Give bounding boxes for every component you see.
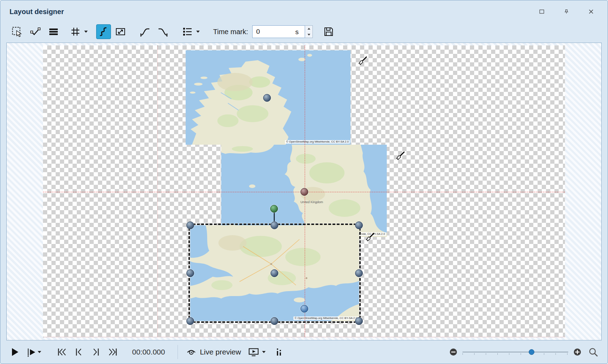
- selection-handle-top-right[interactable]: [355, 221, 363, 229]
- chevron-down-icon: [38, 351, 41, 353]
- play-from-time-mark-button[interactable]: [26, 347, 36, 357]
- zoom-in-button[interactable]: [573, 348, 582, 356]
- selection-handle-bottom-right[interactable]: [355, 317, 363, 325]
- anchor-point-bottom-map[interactable]: [300, 305, 308, 313]
- live-preview-label: Live preview: [200, 348, 241, 356]
- divider: [178, 345, 178, 359]
- step-forward-icon: [91, 347, 101, 357]
- time-mark-field: s: [252, 25, 313, 38]
- step-back-button[interactable]: [74, 347, 84, 357]
- window-controls: [537, 7, 596, 16]
- object-list-icon: [182, 26, 193, 37]
- grid-icon: [70, 27, 80, 37]
- triangle-up-icon: [308, 28, 310, 30]
- close-button[interactable]: [587, 7, 596, 16]
- selection-handle-bottom-left[interactable]: [186, 317, 194, 325]
- edit-points-tool-button[interactable]: [28, 24, 43, 39]
- time-display: 00:00.000: [132, 348, 165, 356]
- window-title: Layout designer: [10, 8, 64, 16]
- maximize-icon: [539, 9, 544, 14]
- grid-dropdown-button[interactable]: [83, 24, 89, 39]
- transform-frame-tool-button[interactable]: [113, 24, 128, 39]
- go-to-start-button[interactable]: [57, 347, 67, 357]
- spin-down-button[interactable]: [305, 32, 312, 38]
- grid-tool-button[interactable]: [68, 24, 83, 39]
- rotation-handle[interactable]: [270, 205, 278, 213]
- selection-handle-top-center[interactable]: [271, 221, 278, 229]
- statistics-button[interactable]: [275, 347, 283, 357]
- chevron-down-icon: [196, 31, 200, 33]
- toolbar: Time mark: s: [0, 22, 608, 41]
- select-tool-icon: [12, 26, 22, 37]
- selection-handle-middle-right[interactable]: [355, 269, 363, 277]
- zoom-out-button[interactable]: [449, 348, 458, 356]
- layout-canvas: © OpenStreetMap.org Mitwirkende, CC BY-S…: [6, 43, 602, 340]
- zoom-slider-ticks: [463, 353, 568, 355]
- zoom-in-icon: [573, 348, 582, 356]
- selection-handle-middle-left[interactable]: [186, 269, 194, 277]
- osm-attribution: © OpenStreetMap.org Mitwirkende, CC BY-S…: [285, 140, 350, 144]
- selection-handle-top-left[interactable]: [186, 221, 194, 229]
- edit-points-icon: [30, 26, 41, 37]
- preview-window-button[interactable]: [248, 347, 259, 357]
- brush-icon[interactable]: [356, 56, 367, 67]
- time-mark-unit: s: [295, 28, 299, 36]
- anchor-point-top-map[interactable]: [263, 94, 271, 102]
- zoom-slider[interactable]: [463, 348, 568, 356]
- horizontal-guide-secondary: [43, 337, 565, 337]
- maximize-button[interactable]: [537, 7, 546, 16]
- save-icon: [323, 26, 334, 37]
- go-to-end-button[interactable]: [107, 347, 118, 357]
- transform-frame-icon: [115, 26, 126, 37]
- country-label: United Kingdom: [300, 200, 323, 204]
- zoom-slider-thumb[interactable]: [529, 349, 534, 355]
- layers-icon: [48, 26, 59, 37]
- chevron-down-icon: [84, 31, 88, 33]
- title-bar[interactable]: Layout designer: [0, 0, 608, 23]
- zoom-out-icon: [449, 348, 458, 356]
- spin-up-button[interactable]: [305, 26, 312, 32]
- fade-out-curve-tool-button[interactable]: [155, 24, 170, 39]
- curve-tool-button[interactable]: [96, 24, 111, 39]
- close-icon: [589, 9, 594, 14]
- save-button[interactable]: [321, 24, 336, 39]
- layout-designer-window: Layout designer: [0, 0, 608, 364]
- brush-icon[interactable]: [394, 151, 405, 162]
- transport-bar: 00:00.000 Live preview: [0, 340, 608, 364]
- live-preview-button[interactable]: [186, 347, 196, 357]
- zoom-fit-button[interactable]: [588, 347, 598, 357]
- selection-handle-bottom-center[interactable]: [271, 317, 278, 325]
- go-to-end-icon: [107, 347, 118, 357]
- fade-in-curve-icon: [140, 26, 150, 37]
- step-forward-button[interactable]: [91, 347, 101, 357]
- time-mark-spinner: [305, 25, 313, 38]
- statistics-icon: [275, 347, 283, 357]
- play-button[interactable]: [10, 347, 20, 357]
- play-icon: [10, 347, 20, 357]
- object-list-tool-button[interactable]: [180, 24, 195, 39]
- layers-tool-button[interactable]: [46, 24, 61, 39]
- brush-icon[interactable]: [364, 232, 375, 244]
- magnifier-icon: [588, 347, 598, 357]
- anchor-point-selection-center[interactable]: [271, 269, 278, 277]
- go-to-start-icon: [57, 347, 67, 357]
- triangle-down-icon: [308, 34, 310, 36]
- step-back-icon: [74, 347, 84, 357]
- chevron-down-icon: [262, 351, 266, 353]
- pin-icon: [564, 8, 569, 15]
- play-options-dropdown-button[interactable]: [38, 351, 41, 353]
- fade-in-curve-tool-button[interactable]: [138, 24, 153, 39]
- fade-out-curve-icon: [157, 26, 168, 37]
- vertical-guide-secondary: [157, 45, 158, 337]
- curve-icon: [98, 26, 109, 37]
- preview-monitor-icon: [248, 347, 259, 357]
- time-mark-label: Time mark:: [213, 28, 248, 36]
- zoom-slider-track[interactable]: [463, 352, 568, 352]
- select-tool-button[interactable]: [10, 24, 24, 39]
- anchor-point-middle-map[interactable]: [300, 188, 308, 196]
- preview-options-dropdown-button[interactable]: [262, 351, 266, 353]
- object-list-dropdown-button[interactable]: [195, 24, 201, 39]
- play-from-mark-icon: [26, 347, 36, 357]
- design-surface[interactable]: © OpenStreetMap.org Mitwirkende, CC BY-S…: [43, 45, 565, 337]
- pin-button[interactable]: [562, 7, 571, 16]
